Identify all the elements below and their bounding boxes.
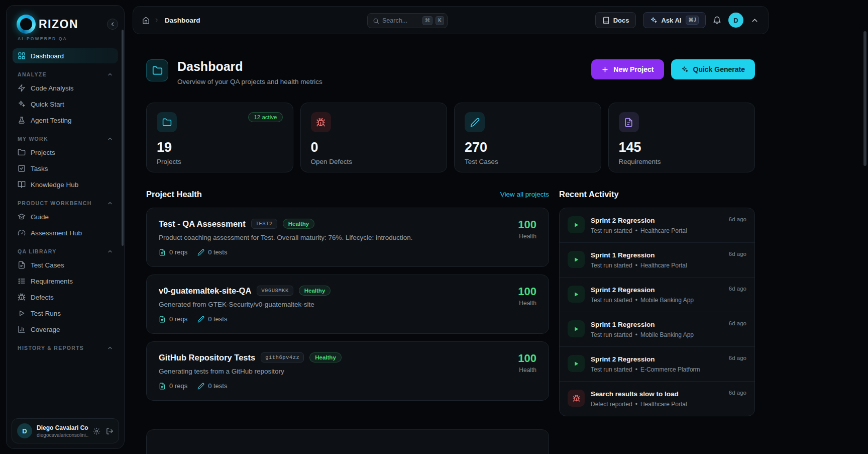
stat-card-test-cases[interactable]: 270 Test Cases <box>454 103 601 172</box>
home-icon[interactable] <box>142 17 150 24</box>
section-label: MY WORK <box>18 136 48 142</box>
sidebar-collapse-button[interactable] <box>107 19 118 30</box>
page-header: Dashboard Overview of your QA projects a… <box>146 59 755 85</box>
sidebar-item-label: Coverage <box>31 326 60 333</box>
sidebar-section-qa-library[interactable]: QA LIBRARY <box>13 248 118 254</box>
chevron-up-icon <box>107 200 113 206</box>
quick-generate-button[interactable]: Quick Generate <box>671 59 755 79</box>
topbar-actions: Docs Ask AI ⌘J D <box>595 12 759 28</box>
ask-ai-button[interactable]: Ask AI ⌘J <box>643 12 706 28</box>
notifications-button[interactable] <box>713 16 721 25</box>
project-name[interactable]: GitHub Repository Tests <box>159 353 255 362</box>
sidebar-item-label: Test Cases <box>31 261 64 269</box>
activity-item[interactable]: Search results slow to load Defect repor… <box>560 382 754 416</box>
sidebar-item-defects[interactable]: Defects <box>13 290 118 305</box>
user-panel[interactable]: D Diego Cavalari Con... diegocavalaricon… <box>12 418 119 443</box>
activity-item[interactable]: Sprint 1 Regression Test run started • M… <box>560 312 754 347</box>
activity-time: 6d ago <box>729 390 746 408</box>
gear-icon[interactable] <box>93 427 100 435</box>
stat-value: 19 <box>157 140 283 155</box>
pencil-icon <box>197 383 204 390</box>
topbar: Dashboard ⌘ K Docs Ask AI ⌘J D <box>133 6 769 34</box>
project-card[interactable]: GitHub Repository Tests gith6pv4zz Healt… <box>146 341 549 401</box>
ask-ai-button-label: Ask AI <box>661 17 681 24</box>
new-project-button[interactable]: New Project <box>591 59 664 79</box>
stat-label: Open Defects <box>311 158 437 165</box>
sidebar-item-test-cases[interactable]: Test Cases <box>13 257 118 273</box>
stat-value: 145 <box>619 140 745 155</box>
activity-item[interactable]: Sprint 1 Regression Test run started • H… <box>560 243 754 278</box>
sidebar-item-label: Requirements <box>31 278 73 285</box>
recent-activity-title: Recent Activity <box>559 190 619 199</box>
sparkles-icon <box>18 100 26 108</box>
page-title: Dashboard <box>177 59 322 74</box>
stat-card-projects[interactable]: 12 active 19 Projects <box>146 103 293 172</box>
sidebar-item-requirements[interactable]: Requirements <box>13 274 118 289</box>
project-health-title: Project Health <box>146 190 202 199</box>
activity-title: Sprint 1 Regression <box>591 251 723 259</box>
search-icon <box>373 18 379 24</box>
section-label: PRODUCT WORKBENCH <box>18 200 92 206</box>
project-card[interactable]: Test - QA Assessment TEST2 Healthy Produ… <box>146 208 549 267</box>
project-name[interactable]: v0-guatemaltek-site-QA <box>159 286 251 296</box>
activity-project: Mobile Banking App <box>640 297 694 304</box>
sidebar-item-agent-testing[interactable]: Agent Testing <box>13 113 118 128</box>
sidebar-item-test-runs[interactable]: Test Runs <box>13 306 118 321</box>
header-collapse-button[interactable] <box>750 16 759 25</box>
breadcrumb: Dashboard <box>142 17 200 24</box>
file-text-icon <box>18 261 26 269</box>
activity-item[interactable]: Sprint 2 Regression Test run started • M… <box>560 278 754 312</box>
search-input[interactable] <box>382 17 419 24</box>
activity-item[interactable]: Sprint 2 Regression Test run started • H… <box>560 208 754 243</box>
sparkles-icon <box>681 66 689 73</box>
stat-card-requirements[interactable]: 145 Requirements <box>608 103 755 172</box>
sidebar-item-code-analysis[interactable]: Code Analysis <box>13 80 118 96</box>
project-description: Product coaching assessment for Test. Ov… <box>159 234 536 241</box>
page-subtitle: Overview of your QA projects and health … <box>177 78 322 85</box>
sidebar-section-product-workbench[interactable]: PRODUCT WORKBENCH <box>13 200 118 206</box>
sidebar-item-knowledge-hub[interactable]: Knowledge Hub <box>13 177 118 192</box>
sidebar-item-dashboard[interactable]: Dashboard <box>13 48 118 63</box>
view-all-projects-link[interactable]: View all projects <box>500 191 549 198</box>
sidebar-item-assessment-hub[interactable]: Assessment Hub <box>13 225 118 240</box>
global-search[interactable]: ⌘ K <box>367 13 448 28</box>
project-tests-count: 0 tests <box>208 315 227 323</box>
sidebar-item-label: Code Analysis <box>31 84 74 92</box>
health-value: 100 <box>518 352 536 365</box>
stat-label: Requirements <box>619 158 745 165</box>
stats-row: 12 active 19 Projects 0 Open Defects 270… <box>146 103 755 172</box>
stat-card-open-defects[interactable]: 0 Open Defects <box>300 103 448 172</box>
sidebar-item-guide[interactable]: Guide <box>13 209 118 224</box>
kbd-cmd-j: ⌘J <box>686 16 699 25</box>
sidebar-section-analyze[interactable]: ANALYZE <box>13 71 118 77</box>
project-card[interactable]: v0-guatemaltek-site-QA V0GU8MKK Healthy … <box>146 275 549 334</box>
page-folder-icon <box>146 59 168 81</box>
project-name[interactable]: Test - QA Assessment <box>159 219 246 229</box>
sidebar-item-tasks[interactable]: Tasks <box>13 161 118 176</box>
sidebar-item-quick-start[interactable]: Quick Start <box>13 97 118 112</box>
project-card-partial[interactable] <box>146 429 549 454</box>
activity-action: Test run started <box>591 366 632 373</box>
project-reqs-count: 0 reqs <box>169 382 187 390</box>
bug-icon <box>311 112 331 132</box>
docs-button[interactable]: Docs <box>595 12 636 28</box>
sidebar-scrollbar-thumb[interactable] <box>122 30 124 246</box>
new-project-button-label: New Project <box>613 65 654 73</box>
chevron-left-icon <box>110 21 116 27</box>
window-scrollbar-thumb[interactable] <box>863 31 866 166</box>
sidebar-section-history-reports[interactable]: HISTORY & REPORTS <box>13 345 118 351</box>
activity-project: Healthcare Portal <box>640 262 687 269</box>
activity-item[interactable]: Sprint 2 Regression Test run started • E… <box>560 347 754 382</box>
plus-icon <box>601 66 609 73</box>
dot-separator: • <box>635 401 637 408</box>
stat-label: Projects <box>157 158 283 165</box>
logout-icon[interactable] <box>106 427 114 435</box>
brand-name: RIZON <box>39 18 78 31</box>
sidebar-item-projects[interactable]: Projects <box>13 145 118 160</box>
sidebar-section-my-work[interactable]: MY WORK <box>13 136 118 142</box>
header-avatar[interactable]: D <box>728 13 743 28</box>
project-tests: 0 tests <box>197 382 227 390</box>
sidebar-item-coverage[interactable]: Coverage <box>13 322 118 337</box>
graduation-cap-icon <box>18 213 26 221</box>
health-label: Health <box>518 367 536 374</box>
